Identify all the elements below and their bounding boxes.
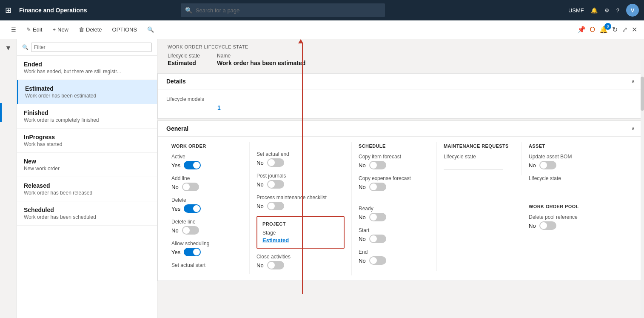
allow-scheduling-toggle[interactable] [184,248,201,256]
start-toggle[interactable] [369,235,386,243]
hamburger-menu-button[interactable]: ☰ [7,25,20,34]
add-line-toggle[interactable] [182,183,199,191]
close-activities-toggle-wrap: No [256,261,345,269]
project-box: PROJECT Stage Estimated [256,216,345,249]
maintenance-requests-header: MAINTENANCE REQUESTS [444,142,515,150]
new-button[interactable]: + New [48,25,73,34]
edit-label: Edit [33,26,42,33]
list-item-new[interactable]: New New work order [17,153,157,177]
end-toggle[interactable] [369,256,386,265]
list-filter-input[interactable] [31,43,152,52]
close-activities-label: Close activities [256,254,345,260]
list-item-inprogress[interactable]: InProgress Work has started [17,129,157,153]
main-layout: ▼ 🔍 Ended Work has ended, but there are … [0,39,644,318]
ready-label: Ready [359,206,430,212]
set-actual-end-toggle[interactable] [267,158,284,167]
section-label: WORK ORDER LIFECYCLE STATE [168,44,634,49]
header-field-name: Name Work order has been estimated [217,53,305,66]
options-button[interactable]: OPTIONS [108,25,142,34]
ready-toggle[interactable] [369,213,386,221]
middle-column: Set actual end No Post journals No [250,142,352,275]
stage-value[interactable]: Estimated [262,237,339,244]
list-item-title: Estimated [25,85,150,92]
delete-pool-ref-field: Delete pool reference No [529,214,609,230]
header-field-lifecycle: Lifecycle state Estimated [168,53,200,66]
process-maint-field: Process maintenance checklist No [256,195,345,210]
copy-item-forecast-toggle[interactable] [369,161,386,169]
search-toolbar-icon: 🔍 [147,26,154,33]
delete-line-value: No [171,227,179,234]
list-item-scheduled[interactable]: Scheduled Work order has been scheduled [17,201,157,226]
pin-icon[interactable]: 📌 [577,26,586,34]
delete-line-toggle-wrap: No [171,226,242,235]
close-activities-toggle[interactable] [267,261,284,269]
lifecycle-state-value: Estimated [168,60,200,66]
office-icon[interactable]: O [590,26,595,34]
search-bar[interactable]: 🔍 [181,3,385,17]
process-maint-toggle[interactable] [267,202,284,210]
notification-bell-icon[interactable]: 🔔 [591,7,598,14]
app-grid-icon[interactable]: ⊞ [5,6,11,15]
name-value: Work order has been estimated [217,60,305,66]
header-fields: Lifecycle state Estimated Name Work orde… [168,53,634,70]
scrollbar-thumb[interactable] [641,77,644,111]
close-activities-field: Close activities No [256,254,345,269]
allow-scheduling-value: Yes [171,249,180,255]
work-order-column: WORK ORDER Active Yes Add line [165,142,250,274]
general-chevron-icon: ∧ [631,126,635,132]
details-section-header[interactable]: Details ∧ [158,74,644,89]
allow-scheduling-field: Allow scheduling Yes [171,241,242,256]
copy-expense-forecast-value: No [359,184,366,190]
avatar[interactable]: V [626,4,639,17]
scrollbar-track[interactable] [641,60,644,318]
list-item-finished[interactable]: Finished Work order is completely finish… [17,104,157,129]
search-input[interactable] [196,7,381,14]
add-line-label: Add line [171,175,242,181]
asset-lifecycle-state-label: Lifecycle state [529,175,609,181]
delete-button[interactable]: 🗑 Delete [74,25,106,34]
lifecycle-state-list: Ended Work has ended, but there are stil… [17,56,157,318]
lifecycle-state-label: Lifecycle state [168,53,200,59]
delete-line-field: Delete line No [171,219,242,235]
post-journals-toggle-wrap: No [256,180,345,189]
update-asset-bom-toggle[interactable] [539,161,556,169]
details-title: Details [166,78,186,85]
active-toggle[interactable] [184,161,201,169]
delete-field: Delete Yes [171,197,242,213]
copy-expense-forecast-toggle-wrap: No [359,183,430,191]
set-actual-end-field: Set actual end No [256,151,345,167]
copy-expense-forecast-toggle[interactable] [369,183,386,191]
start-field: Start No [359,227,430,243]
edit-button[interactable]: ✎ Edit [22,25,46,34]
close-icon[interactable]: ✕ [632,26,637,34]
list-item-title: Ended [24,61,150,68]
red-arrow-head [298,39,303,43]
delete-line-toggle[interactable] [182,226,199,235]
start-label: Start [359,227,430,233]
update-asset-bom-toggle-wrap: No [529,161,609,169]
general-section-header[interactable]: General ∧ [158,121,644,137]
search-toolbar-button[interactable]: 🔍 [143,25,158,34]
copy-item-forecast-field: Copy item forecast No [359,154,430,169]
search-icon: 🔍 [185,7,192,14]
list-item-estimated[interactable]: Estimated Work order has been estimated [17,80,157,104]
filter-icon[interactable]: ▼ [5,44,12,52]
delete-line-label: Delete line [171,219,242,225]
list-item-released[interactable]: Released Work order has been released [17,177,157,201]
right-panel-header: WORK ORDER LIFECYCLE STATE Lifecycle sta… [157,39,644,73]
delete-pool-ref-toggle[interactable] [539,221,556,230]
post-journals-toggle[interactable] [267,180,284,189]
list-search-icon: 🔍 [22,44,28,50]
lifecycle-models-row: Lifecycle models [166,96,635,102]
list-item-title: Released [24,182,150,189]
expand-icon[interactable]: ⤢ [622,26,627,34]
list-item-desc: Work order has been released [24,190,150,196]
delete-toggle[interactable] [184,204,201,213]
help-icon[interactable]: ? [616,7,619,14]
post-journals-value: No [256,181,264,188]
top-navigation: ⊞ Finance and Operations 🔍 USMF 🔔 ⚙ ? V [0,0,644,20]
settings-icon[interactable]: ⚙ [604,7,610,14]
list-item-ended[interactable]: Ended Work has ended, but there are stil… [17,56,157,80]
copy-expense-forecast-field: Copy expense forecast No [359,175,430,191]
refresh-icon[interactable]: ↻ [612,26,618,34]
